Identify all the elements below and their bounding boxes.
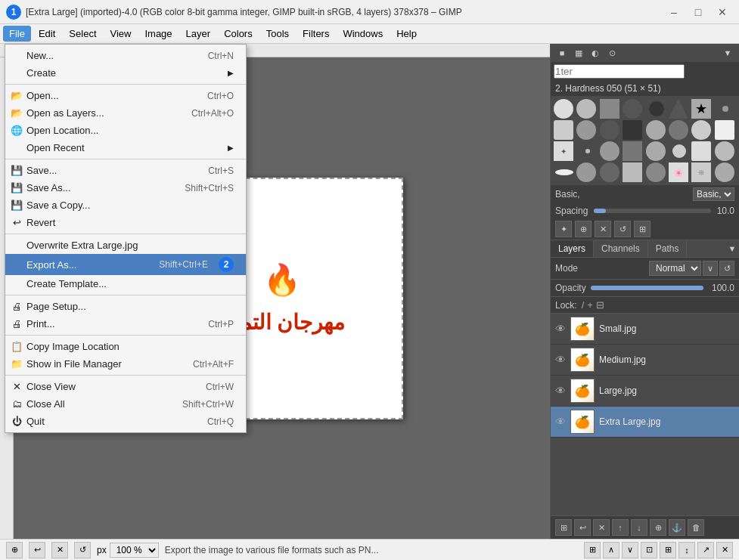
mode-btn-1[interactable]: ∨ bbox=[703, 261, 718, 276]
layer-item-medium[interactable]: 👁 🍊 Medium.jpg bbox=[551, 345, 739, 376]
lock-alpha-icon[interactable]: ⊟ bbox=[596, 299, 604, 311]
brush-item[interactable]: ✦ bbox=[554, 141, 573, 161]
spacing-bar[interactable] bbox=[594, 209, 710, 213]
close-button[interactable]: ✕ bbox=[712, 2, 733, 23]
brush-item[interactable] bbox=[691, 120, 711, 140]
brush-item[interactable] bbox=[715, 162, 734, 182]
brush-item[interactable] bbox=[600, 162, 619, 182]
brush-tool-new[interactable]: ✦ bbox=[555, 221, 572, 237]
status-btn-close[interactable]: ✕ bbox=[716, 542, 733, 558]
brushes-color-icon[interactable]: ■ bbox=[555, 46, 569, 60]
mode-btn-2[interactable]: ↺ bbox=[719, 261, 734, 276]
menu-item-save-as[interactable]: 💾 Save As... Shift+Ctrl+S bbox=[5, 179, 246, 196]
brushes-pattern-icon[interactable]: ▦ bbox=[572, 46, 585, 60]
menu-edit[interactable]: Edit bbox=[33, 26, 61, 42]
menu-item-export-as[interactable]: Export As... Shift+Ctrl+E 2 bbox=[5, 254, 246, 275]
brush-item[interactable] bbox=[576, 99, 596, 119]
brush-item[interactable] bbox=[555, 169, 573, 175]
layers-tool-merge[interactable]: ⊕ bbox=[650, 519, 666, 536]
layers-panel-toggle[interactable]: ▼ bbox=[725, 242, 739, 255]
status-btn-down[interactable]: ∨ bbox=[622, 542, 638, 558]
menu-item-open-as-layers[interactable]: 📂 Open as Layers... Ctrl+Alt+O bbox=[5, 104, 246, 122]
menu-tools[interactable]: Tools bbox=[260, 26, 295, 42]
menu-item-page-setup[interactable]: 🖨 Page Setup... bbox=[5, 298, 246, 315]
menu-item-save-copy[interactable]: 💾 Save a Copy... bbox=[5, 196, 246, 214]
tab-channels[interactable]: Channels bbox=[594, 240, 648, 257]
brush-item[interactable] bbox=[623, 99, 642, 119]
brush-item[interactable] bbox=[585, 149, 590, 153]
lock-move-icon[interactable]: + bbox=[587, 299, 593, 311]
brush-tool-copy[interactable]: ⊕ bbox=[575, 221, 592, 237]
status-btn-add[interactable]: ⊕ bbox=[6, 542, 23, 558]
status-btn-zoom-out[interactable]: ⊡ bbox=[641, 542, 657, 558]
brush-item[interactable] bbox=[646, 162, 666, 182]
brush-item[interactable] bbox=[669, 120, 688, 140]
eye-icon-large[interactable]: 👁 bbox=[555, 385, 566, 397]
status-btn-flip[interactable]: ↕ bbox=[678, 542, 695, 558]
menu-item-create[interactable]: Create ▶ bbox=[5, 64, 246, 82]
brush-item[interactable] bbox=[649, 101, 664, 116]
status-btn-up[interactable]: ∧ bbox=[603, 542, 619, 558]
layers-tool-anchor[interactable]: ⚓ bbox=[669, 519, 685, 536]
menu-colors[interactable]: Colors bbox=[218, 26, 259, 42]
menu-view[interactable]: View bbox=[104, 26, 138, 42]
brush-item[interactable] bbox=[646, 141, 666, 161]
layers-tool-new-group[interactable]: ⊞ bbox=[555, 519, 572, 536]
status-btn-delete[interactable]: ✕ bbox=[51, 542, 68, 558]
menu-item-close-all[interactable]: 🗂 Close All Shift+Ctrl+W bbox=[5, 395, 246, 413]
brush-item[interactable] bbox=[576, 120, 596, 140]
menu-select[interactable]: Select bbox=[63, 26, 102, 42]
brush-item[interactable]: ★ bbox=[691, 99, 711, 119]
menu-item-revert[interactable]: ↩ Revert bbox=[5, 214, 246, 231]
menu-layer[interactable]: Layer bbox=[180, 26, 217, 42]
brush-item[interactable] bbox=[691, 141, 711, 161]
menu-item-save[interactable]: 💾 Save... Ctrl+S bbox=[5, 162, 246, 179]
brush-item[interactable] bbox=[600, 99, 619, 119]
menu-item-create-template[interactable]: Create Template... bbox=[5, 275, 246, 292]
tab-paths[interactable]: Paths bbox=[648, 240, 688, 257]
brush-item[interactable] bbox=[600, 141, 619, 161]
brush-item[interactable] bbox=[623, 162, 642, 182]
eye-icon-small[interactable]: 👁 bbox=[555, 323, 566, 335]
brushes-panel-toggle[interactable]: ▼ bbox=[721, 46, 734, 60]
layers-tool-new-layer[interactable]: ↩ bbox=[574, 519, 591, 536]
brush-item[interactable]: ❋ bbox=[691, 162, 711, 182]
status-btn-zoom-in[interactable]: ⊞ bbox=[660, 542, 676, 558]
brush-item[interactable] bbox=[576, 162, 596, 182]
layer-item-large[interactable]: 👁 🍊 Large.jpg bbox=[551, 376, 739, 407]
layers-tool-delete[interactable]: 🗑 bbox=[688, 519, 704, 536]
brush-item[interactable] bbox=[554, 99, 573, 119]
menu-file[interactable]: File bbox=[3, 26, 31, 42]
status-btn-undo[interactable]: ↩ bbox=[29, 542, 45, 558]
menu-windows[interactable]: Windows bbox=[337, 26, 389, 42]
menu-filters[interactable]: Filters bbox=[297, 26, 335, 42]
layers-tool-down[interactable]: ↓ bbox=[631, 519, 647, 536]
eye-icon-medium[interactable]: 👁 bbox=[555, 354, 566, 366]
brush-search-input[interactable] bbox=[554, 64, 685, 79]
menu-item-print[interactable]: 🖨 Print... Ctrl+P bbox=[5, 315, 246, 333]
menu-item-open-recent[interactable]: Open Recent ▶ bbox=[5, 139, 246, 156]
brush-item[interactable] bbox=[715, 120, 734, 140]
brush-item[interactable]: 🌸 bbox=[669, 162, 688, 182]
brush-preset-select[interactable]: Basic, bbox=[693, 187, 734, 201]
brush-item[interactable] bbox=[623, 120, 642, 140]
menu-item-close-view[interactable]: ✕ Close View Ctrl+W bbox=[5, 378, 246, 395]
brush-item[interactable] bbox=[669, 99, 688, 119]
brush-tool-settings[interactable]: ⊞ bbox=[634, 221, 651, 237]
zoom-select[interactable]: 100 % bbox=[110, 543, 159, 558]
status-btn-rotate[interactable]: ↗ bbox=[697, 542, 714, 558]
layers-tool-duplicate[interactable]: ✕ bbox=[593, 519, 610, 536]
brush-item[interactable] bbox=[623, 141, 642, 161]
tab-layers[interactable]: Layers bbox=[551, 240, 594, 257]
status-btn-refresh[interactable]: ↺ bbox=[74, 542, 91, 558]
brush-item[interactable] bbox=[646, 120, 666, 140]
menu-help[interactable]: Help bbox=[390, 26, 423, 42]
menu-item-copy-image-location[interactable]: 📋 Copy Image Location bbox=[5, 338, 246, 355]
status-btn-layers[interactable]: ⊞ bbox=[584, 542, 601, 558]
minimize-button[interactable]: – bbox=[663, 2, 685, 23]
menu-item-new[interactable]: New... Ctrl+N bbox=[5, 47, 246, 64]
brush-tool-refresh[interactable]: ↺ bbox=[614, 221, 631, 237]
mode-select[interactable]: Normal bbox=[649, 261, 701, 276]
menu-item-overwrite[interactable]: Overwrite Extra Large.jpg bbox=[5, 237, 246, 254]
brush-item[interactable] bbox=[600, 120, 619, 140]
